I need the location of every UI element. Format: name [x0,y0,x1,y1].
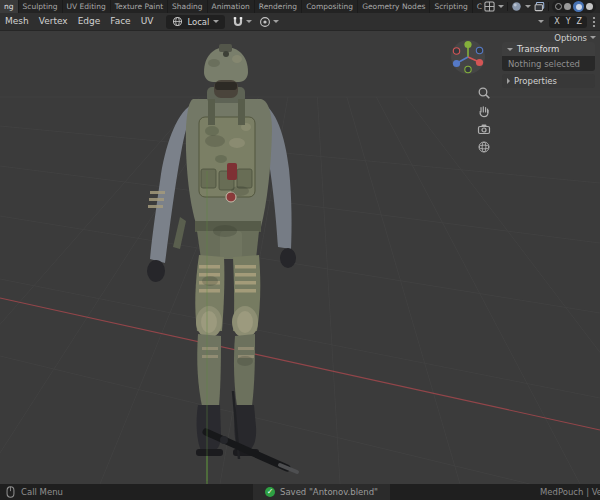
menu-uv[interactable]: UV [136,13,159,30]
save-status-message: ✓ Saved "Antonov.blend" [253,484,390,500]
transform-panel-header[interactable]: Transform [502,42,595,56]
wireframe-shading-icon[interactable] [555,3,562,10]
options-label: Options [554,33,587,43]
mirror-z-toggle[interactable]: Z [577,17,582,26]
workspace-tabs: ng Sculpting UV Editing Texture Paint Sh… [0,0,521,13]
menu-mesh[interactable]: Mesh [0,13,34,30]
floor-grid [0,97,600,484]
pan-hand-icon[interactable] [477,104,491,118]
tab-scripting[interactable]: Scripting [430,0,472,13]
material-shading-icon[interactable] [573,1,584,12]
material-shading-dot [576,4,582,10]
tab-uv-editing[interactable]: UV Editing [63,0,111,13]
snap-control[interactable] [232,16,252,28]
chevron-down-icon[interactable] [538,20,544,23]
tab-rendering[interactable]: Rendering [255,0,302,13]
chevron-right-icon [507,78,510,84]
mirror-x-toggle[interactable]: X [554,17,559,26]
mirror-y-toggle[interactable]: Y [566,17,571,26]
zoom-icon[interactable] [477,86,491,100]
navigation-gizmo[interactable] [449,38,487,76]
menu-vertex[interactable]: Vertex [34,13,73,30]
tab-texture-paint[interactable]: Texture Paint [111,0,168,13]
object-stats-text: MedPouch | Vert [540,487,600,497]
mirror-axis-toggles: X Y Z [549,16,587,28]
soldier-model[interactable] [147,44,296,456]
proportional-edit-icon [259,16,271,28]
camera-view-icon[interactable] [477,122,491,136]
transform-orientation-dropdown[interactable]: Local [166,15,225,29]
status-bar: Call Menu ✓ Saved "Antonov.blend" MedPou… [0,484,600,500]
nothing-selected-text: Nothing selected [508,59,580,69]
blender-window: ng Sculpting UV Editing Texture Paint Sh… [0,0,600,500]
divider [548,2,549,11]
chevron-down-icon [273,20,279,23]
scene-icon[interactable] [511,1,522,12]
mouse-icon [6,486,15,498]
viewport-header: Mesh Vertex Edge Face UV Local X Y Z [0,13,600,31]
overflow-dots-icon[interactable] [592,16,596,28]
keymap-hint-label: Call Menu [21,487,63,497]
transform-panel-body: Nothing selected [502,56,595,71]
topbar-right-controls [482,0,598,13]
orientation-icon [172,16,183,27]
transform-panel-title: Transform [517,44,559,54]
properties-panel-title: Properties [514,76,557,86]
chevron-down-icon [246,20,252,23]
object-stats: MedPouch | Vert [540,484,600,500]
viewport-scene [0,31,600,484]
chevron-down-icon[interactable] [525,5,531,8]
options-dropdown[interactable]: Options [554,31,596,44]
menu-edge[interactable]: Edge [73,13,106,30]
divider [507,2,508,11]
tab-shading[interactable]: Shading [168,0,207,13]
ortho-grid-icon[interactable] [477,140,491,154]
chevron-down-icon [590,36,596,39]
tab-compositing[interactable]: Compositing [302,0,358,13]
tab-modeling[interactable]: ng [0,0,19,13]
rendered-shading-icon[interactable] [586,3,593,10]
x-axis-line [0,298,600,430]
proportional-edit-control[interactable] [259,16,279,28]
view-layer-icon[interactable] [534,1,545,12]
orientation-value: Local [187,17,209,27]
solid-shading-icon[interactable] [564,3,571,10]
tab-sculpting[interactable]: Sculpting [19,0,63,13]
tab-geometry-nodes[interactable]: Geometry Nodes [358,0,430,13]
properties-panel-header[interactable]: Properties [502,74,595,88]
saved-check-icon: ✓ [265,487,275,497]
editor-grid-icon[interactable] [484,1,495,12]
viewport-3d[interactable] [0,31,600,484]
viewport-shading-group [552,0,596,13]
chevron-down-icon [213,20,219,23]
chevron-down-icon[interactable] [498,5,504,8]
topbar: ng Sculpting UV Editing Texture Paint Sh… [0,0,600,13]
save-message-text: Saved "Antonov.blend" [280,487,378,497]
sidebar-panel: Transform Nothing selected Properties [502,42,595,88]
status-left: Call Menu [6,484,63,500]
chevron-down-icon [507,48,513,51]
snap-magnet-icon [232,16,244,28]
tab-animation[interactable]: Animation [208,0,255,13]
menu-face[interactable]: Face [105,13,135,30]
viewport-header-right: X Y Z [538,16,600,28]
viewport-nav-buttons [477,86,491,154]
